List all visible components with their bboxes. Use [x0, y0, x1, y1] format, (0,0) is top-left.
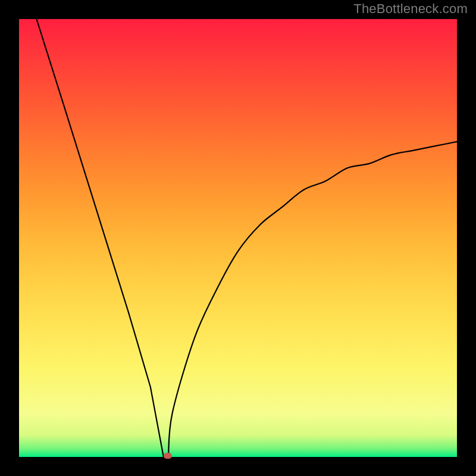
plot-gradient-background [19, 19, 457, 457]
minimum-marker [164, 453, 172, 459]
chart-frame: TheBottleneck.com [0, 0, 476, 476]
watermark-text: TheBottleneck.com [353, 1, 468, 17]
